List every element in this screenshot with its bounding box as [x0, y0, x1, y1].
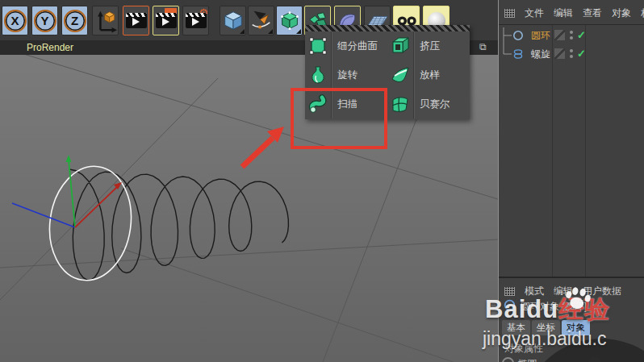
right-panel: 文件 编辑 查看 对象 标签 圆环 ✓ 螺旋	[499, 0, 644, 362]
menu-item-label: 旋转	[332, 69, 358, 82]
visibility-dots[interactable]	[570, 31, 573, 40]
menu-drag-handle[interactable]	[305, 25, 470, 31]
y-axis-icon: Y	[34, 10, 56, 32]
submenu-corner	[268, 29, 273, 34]
x-axis-icon: X	[4, 10, 27, 32]
render-view-icon	[126, 13, 147, 28]
draw-spline-button[interactable]	[248, 6, 274, 35]
property-label: 椭圆	[517, 358, 537, 362]
annotation-rectangle	[291, 88, 387, 149]
visibility-dots[interactable]	[570, 49, 573, 58]
layer-swatch-icon[interactable]	[554, 30, 565, 40]
extrude-icon	[390, 35, 411, 56]
renderer-label: ProRender	[27, 42, 73, 53]
object-name[interactable]: 圆环	[528, 29, 550, 43]
tab-basic[interactable]: 基本	[502, 320, 530, 335]
submenu-corner	[240, 29, 245, 34]
object-name[interactable]: 螺旋	[528, 48, 550, 61]
bezier-icon	[390, 94, 411, 114]
y-axis-lock-button[interactable]: Y	[31, 6, 58, 35]
y-axis-arrow-icon	[66, 155, 72, 162]
z-axis-lock-button[interactable]: Z	[61, 6, 88, 35]
render-settings-clapper-icon	[186, 13, 207, 28]
render-view-button[interactable]	[123, 6, 149, 35]
circle-object-icon	[512, 30, 524, 41]
coordinate-system-button[interactable]	[92, 6, 119, 35]
toggle-icon	[589, 357, 600, 362]
lathe-icon	[307, 64, 328, 85]
circle-object-icon	[504, 299, 516, 311]
attribute-manager-menubar: 模式 编辑 用户数据	[499, 280, 644, 302]
submenu-corner	[296, 29, 301, 34]
helix-spline[interactable]	[69, 169, 288, 280]
enabled-check-icon[interactable]: ✓	[577, 48, 586, 60]
om-menu-objects[interactable]: 对象	[612, 6, 631, 20]
attribute-object-title: 圆环对象 [圆环]	[521, 300, 587, 314]
menu-item-bezier[interactable]: 贝赛尔	[387, 89, 470, 119]
render-settings-button[interactable]: ⚙	[182, 6, 209, 35]
generators-button[interactable]	[276, 6, 303, 35]
helix-object-icon	[512, 48, 524, 60]
loft-icon	[390, 64, 411, 85]
menu-item-lathe[interactable]: 旋转	[305, 60, 387, 89]
object-manager-menubar: 文件 编辑 查看 对象 标签	[499, 2, 644, 24]
om-menu-view[interactable]: 查看	[583, 6, 602, 20]
drag-handle-icon[interactable]	[504, 9, 515, 18]
x-axis-handle[interactable]	[75, 185, 119, 227]
attribute-tabs: 基本 坐标 对象	[502, 320, 590, 335]
window-icon[interactable]: ⧉	[479, 40, 487, 55]
am-menu-edit[interactable]: 编辑	[554, 285, 573, 298]
menu-item-subdivision-surface[interactable]: 细分曲面	[305, 31, 387, 60]
x-axis-lock-button[interactable]: X	[2, 6, 28, 35]
am-menu-userdata[interactable]: 用户数据	[583, 285, 621, 298]
om-menu-file[interactable]: 文件	[525, 6, 544, 20]
z-axis-handle[interactable]	[12, 203, 75, 227]
object-row-helix[interactable]: 螺旋 ✓	[499, 45, 644, 63]
subdivision-surface-icon	[307, 35, 328, 56]
render-to-picture-viewer-button[interactable]	[153, 6, 179, 35]
render-clapper-icon	[156, 13, 177, 28]
tab-coordinates[interactable]: 坐标	[532, 320, 560, 335]
section-title: 对象属性	[504, 342, 543, 356]
object-row-circle[interactable]: 圆环 ✓	[499, 27, 644, 44]
menu-item-label: 放样	[414, 69, 440, 82]
drag-handle-icon[interactable]	[504, 287, 515, 296]
menu-item-loft[interactable]: 放样	[387, 60, 470, 89]
menu-item-label: 贝赛尔	[414, 98, 450, 111]
axis-gizmo[interactable]	[12, 155, 122, 227]
am-menu-mode[interactable]: 模式	[525, 285, 544, 298]
menu-item-label: 细分曲面	[332, 40, 378, 53]
axis-scale-icon	[94, 9, 118, 33]
om-menu-edit[interactable]: 编辑	[554, 6, 573, 20]
tab-object[interactable]: 对象	[562, 320, 590, 335]
z-axis-icon: Z	[64, 10, 86, 32]
menu-item-label: 挤压	[414, 40, 440, 53]
layer-swatch-icon[interactable]	[554, 48, 565, 59]
add-cube-button[interactable]	[220, 6, 246, 35]
cinema4d-window: X Y Z ⚙	[0, 0, 644, 362]
om-menu-tags[interactable]: 标签	[641, 6, 644, 20]
property-row-ellipse[interactable]: 椭圆	[502, 357, 641, 362]
menu-item-extrude[interactable]: 挤压	[387, 31, 470, 60]
radio-icon	[502, 357, 514, 362]
enabled-check-icon[interactable]: ✓	[577, 29, 586, 41]
